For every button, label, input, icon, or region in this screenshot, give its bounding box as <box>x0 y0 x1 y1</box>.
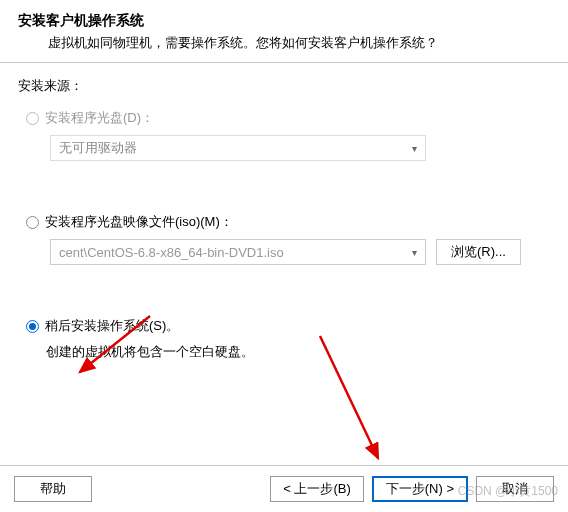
back-button[interactable]: < 上一步(B) <box>270 476 364 502</box>
iso-path-value: cent\CentOS-6.8-x86_64-bin-DVD1.iso <box>59 245 284 260</box>
option-iso-file[interactable]: 安装程序光盘映像文件(iso)(M)： <box>18 213 550 231</box>
chevron-down-icon: ▾ <box>412 247 417 258</box>
help-button[interactable]: 帮助 <box>14 476 92 502</box>
option-iso-label: 安装程序光盘映像文件(iso)(M)： <box>45 213 233 231</box>
disc-drive-dropdown[interactable]: 无可用驱动器 ▾ <box>50 135 426 161</box>
next-button[interactable]: 下一步(N) > <box>372 476 468 502</box>
wizard-header: 安装客户机操作系统 虚拟机如同物理机，需要操作系统。您将如何安装客户机操作系统？ <box>0 0 568 62</box>
radio-iso[interactable] <box>26 216 39 229</box>
page-title: 安装客户机操作系统 <box>18 12 550 30</box>
option-later-description: 创建的虚拟机将包含一个空白硬盘。 <box>18 343 550 361</box>
option-install-later[interactable]: 稍后安装操作系统(S)。 <box>18 317 550 335</box>
option-disc-label: 安装程序光盘(D)： <box>45 109 154 127</box>
watermark-text: CSDN @小黄1500 <box>458 483 558 500</box>
chevron-down-icon: ▾ <box>412 143 417 154</box>
content-area: 安装来源： 安装程序光盘(D)： 无可用驱动器 ▾ 安装程序光盘映像文件(iso… <box>0 63 568 361</box>
radio-later[interactable] <box>26 320 39 333</box>
option-later-label: 稍后安装操作系统(S)。 <box>45 317 179 335</box>
option-installer-disc[interactable]: 安装程序光盘(D)： <box>18 109 550 127</box>
page-subtitle: 虚拟机如同物理机，需要操作系统。您将如何安装客户机操作系统？ <box>18 34 550 52</box>
browse-button[interactable]: 浏览(R)... <box>436 239 521 265</box>
radio-disc[interactable] <box>26 112 39 125</box>
source-label: 安装来源： <box>18 77 550 95</box>
iso-path-input[interactable]: cent\CentOS-6.8-x86_64-bin-DVD1.iso ▾ <box>50 239 426 265</box>
disc-drive-value: 无可用驱动器 <box>59 139 137 157</box>
